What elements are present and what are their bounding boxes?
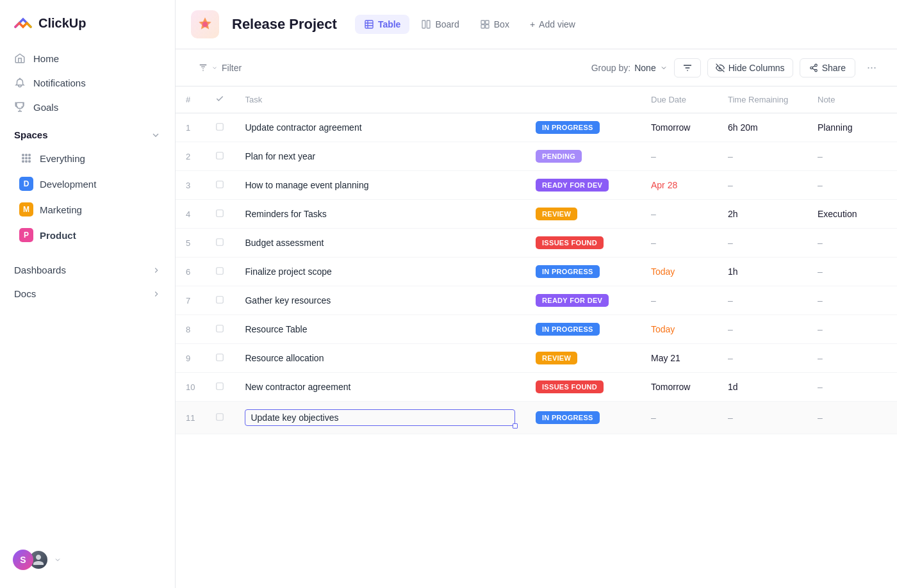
row-task[interactable]: Resource Table bbox=[235, 315, 525, 344]
task-table: # Task Due Date Time Rem bbox=[176, 86, 897, 434]
sidebar-footer[interactable]: S bbox=[0, 542, 175, 578]
development-label: Development bbox=[40, 179, 96, 190]
row-num: 4 bbox=[176, 200, 205, 229]
logo-area[interactable]: ClickUp bbox=[0, 0, 175, 44]
row-status[interactable]: REVIEW bbox=[525, 344, 641, 373]
checkbox-icon bbox=[215, 382, 224, 391]
task-input[interactable]: Update key objectives bbox=[245, 409, 515, 426]
board-icon bbox=[421, 19, 431, 29]
row-task[interactable]: Reminders for Tasks bbox=[235, 200, 525, 229]
filter-icon bbox=[199, 63, 208, 72]
status-badge: READY FOR DEV bbox=[536, 179, 609, 192]
row-status[interactable]: ISSUES FOUND bbox=[525, 229, 641, 257]
row-check[interactable] bbox=[205, 315, 235, 344]
row-num: 8 bbox=[176, 315, 205, 344]
row-note: – bbox=[807, 344, 897, 373]
row-due-date: – bbox=[641, 142, 718, 171]
sidebar-item-notifications[interactable]: Notifications bbox=[5, 70, 170, 95]
row-check[interactable] bbox=[205, 257, 235, 286]
row-check[interactable] bbox=[205, 344, 235, 373]
row-check[interactable] bbox=[205, 229, 235, 257]
row-due-date: – bbox=[641, 286, 718, 315]
row-check[interactable] bbox=[205, 402, 235, 434]
svg-rect-27 bbox=[217, 325, 224, 332]
col-time-remaining: Time Remaining bbox=[718, 86, 807, 113]
hide-columns-button[interactable]: Hide Columns bbox=[707, 58, 793, 78]
bell-icon bbox=[14, 77, 26, 88]
svg-rect-23 bbox=[217, 209, 224, 216]
row-num: 5 bbox=[176, 229, 205, 257]
row-status[interactable]: READY FOR DEV bbox=[525, 286, 641, 315]
row-status[interactable]: IN PROGRESS bbox=[525, 257, 641, 286]
sort-button[interactable] bbox=[674, 58, 701, 78]
row-time-remaining: 2h bbox=[718, 200, 807, 229]
chevron-right-docs-icon bbox=[152, 290, 161, 298]
row-task[interactable]: Gather key resources bbox=[235, 286, 525, 315]
row-task[interactable]: Budget assessment bbox=[235, 229, 525, 257]
svg-point-17 bbox=[814, 64, 817, 67]
checkbox-icon bbox=[215, 122, 224, 131]
sidebar-item-docs[interactable]: Docs bbox=[5, 282, 170, 306]
svg-point-5 bbox=[28, 157, 31, 159]
row-check[interactable] bbox=[205, 142, 235, 171]
tab-table[interactable]: Table bbox=[355, 15, 410, 34]
row-note: – bbox=[807, 229, 897, 257]
sidebar-item-home[interactable]: Home bbox=[5, 46, 170, 70]
row-task[interactable]: How to manage event planning bbox=[235, 171, 525, 200]
row-time-remaining: 1d bbox=[718, 373, 807, 402]
checkbox-icon bbox=[215, 324, 224, 333]
row-due-date: May 21 bbox=[641, 344, 718, 373]
svg-point-2 bbox=[28, 154, 31, 156]
status-badge: IN PROGRESS bbox=[536, 265, 600, 278]
group-by-selector[interactable]: Group by: None bbox=[591, 63, 668, 73]
row-task[interactable]: Update key objectives bbox=[235, 402, 525, 434]
tab-box[interactable]: Box bbox=[471, 15, 518, 34]
row-task[interactable]: Update contractor agreement bbox=[235, 113, 525, 142]
checkbox-icon bbox=[215, 238, 224, 247]
sidebar-item-goals[interactable]: Goals bbox=[5, 95, 170, 119]
row-status[interactable]: IN PROGRESS bbox=[525, 113, 641, 142]
row-check[interactable] bbox=[205, 200, 235, 229]
row-check[interactable] bbox=[205, 286, 235, 315]
row-num: 7 bbox=[176, 286, 205, 315]
svg-rect-13 bbox=[481, 20, 484, 24]
row-status[interactable]: IN PROGRESS bbox=[525, 315, 641, 344]
add-view-button[interactable]: + Add view bbox=[521, 15, 584, 34]
project-icon bbox=[191, 10, 219, 38]
row-time-remaining: – bbox=[718, 171, 807, 200]
row-status[interactable]: ISSUES FOUND bbox=[525, 373, 641, 402]
svg-rect-29 bbox=[217, 382, 224, 389]
svg-rect-28 bbox=[217, 354, 224, 361]
filter-button[interactable]: Filter bbox=[191, 59, 249, 77]
hide-columns-icon bbox=[716, 63, 725, 72]
task-table-container: # Task Due Date Time Rem bbox=[176, 86, 897, 588]
sidebar-item-notifications-label: Notifications bbox=[33, 78, 86, 88]
dashboards-label: Dashboards bbox=[14, 265, 66, 275]
svg-point-9 bbox=[202, 22, 208, 28]
row-task[interactable]: Resource allocation bbox=[235, 344, 525, 373]
everything-label: Everything bbox=[40, 153, 85, 164]
row-task[interactable]: Plan for next year bbox=[235, 142, 525, 171]
main-content: Release Project Table Board bbox=[176, 0, 897, 588]
row-task[interactable]: New contractor agreement bbox=[235, 373, 525, 402]
row-check[interactable] bbox=[205, 373, 235, 402]
sidebar-item-everything[interactable]: Everything bbox=[5, 145, 170, 171]
spaces-header[interactable]: Spaces bbox=[0, 122, 175, 145]
table-row: 1Update contractor agreementIN PROGRESST… bbox=[176, 113, 897, 142]
sidebar-item-dashboards[interactable]: Dashboards bbox=[5, 258, 170, 282]
row-status[interactable]: IN PROGRESS bbox=[525, 402, 641, 434]
row-check[interactable] bbox=[205, 171, 235, 200]
tab-board[interactable]: Board bbox=[412, 15, 468, 34]
sidebar-item-development[interactable]: D Development bbox=[5, 171, 170, 197]
col-num: # bbox=[176, 86, 205, 113]
share-button[interactable]: Share bbox=[800, 58, 855, 78]
row-status[interactable]: REVIEW bbox=[525, 200, 641, 229]
row-task[interactable]: Finalize project scope bbox=[235, 257, 525, 286]
row-status[interactable]: PENDING bbox=[525, 142, 641, 171]
row-check[interactable] bbox=[205, 113, 235, 142]
row-status[interactable]: READY FOR DEV bbox=[525, 171, 641, 200]
sidebar-item-marketing[interactable]: M Marketing bbox=[5, 197, 170, 222]
status-badge: IN PROGRESS bbox=[536, 323, 600, 336]
more-options-button[interactable]: ··· bbox=[862, 57, 882, 78]
sidebar-item-product[interactable]: P Product bbox=[5, 222, 170, 248]
